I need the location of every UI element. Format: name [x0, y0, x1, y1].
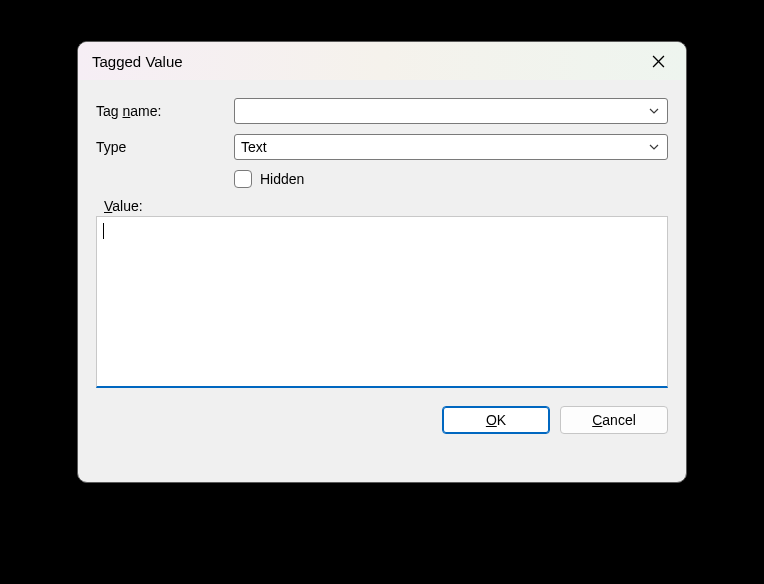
- titlebar: Tagged Value: [78, 42, 686, 80]
- close-button[interactable]: [636, 46, 680, 76]
- chevron-down-icon: [648, 141, 660, 153]
- text-caret: [103, 223, 104, 239]
- tag-name-label: Tag name:: [96, 103, 234, 119]
- close-icon: [652, 55, 665, 68]
- cancel-button[interactable]: Cancel: [560, 406, 668, 434]
- value-textarea[interactable]: [96, 216, 668, 388]
- tag-name-combo[interactable]: [234, 98, 668, 124]
- label-text: alue:: [112, 198, 142, 214]
- button-mnemonic: O: [486, 412, 497, 428]
- ok-button[interactable]: OK: [442, 406, 550, 434]
- button-text: K: [497, 412, 506, 428]
- type-row: Type Text: [96, 134, 668, 160]
- hidden-row: Hidden: [234, 170, 668, 188]
- value-group: Value:: [96, 198, 668, 388]
- hidden-checkbox[interactable]: [234, 170, 252, 188]
- button-mnemonic: C: [592, 412, 602, 428]
- label-text: ame:: [130, 103, 161, 119]
- label-text: Tag: [96, 103, 122, 119]
- dialog-body: Tag name: Type Text: [78, 80, 686, 448]
- tag-name-row: Tag name:: [96, 98, 668, 124]
- button-row: OK Cancel: [96, 406, 668, 434]
- button-text: ancel: [602, 412, 635, 428]
- dialog-title: Tagged Value: [92, 53, 636, 70]
- hidden-label: Hidden: [260, 171, 304, 187]
- type-value: Text: [241, 139, 267, 155]
- type-label: Type: [96, 139, 234, 155]
- tagged-value-dialog: Tagged Value Tag name: Type: [77, 41, 687, 483]
- chevron-down-icon: [648, 105, 660, 117]
- type-combo[interactable]: Text: [234, 134, 668, 160]
- value-label: Value:: [96, 198, 668, 214]
